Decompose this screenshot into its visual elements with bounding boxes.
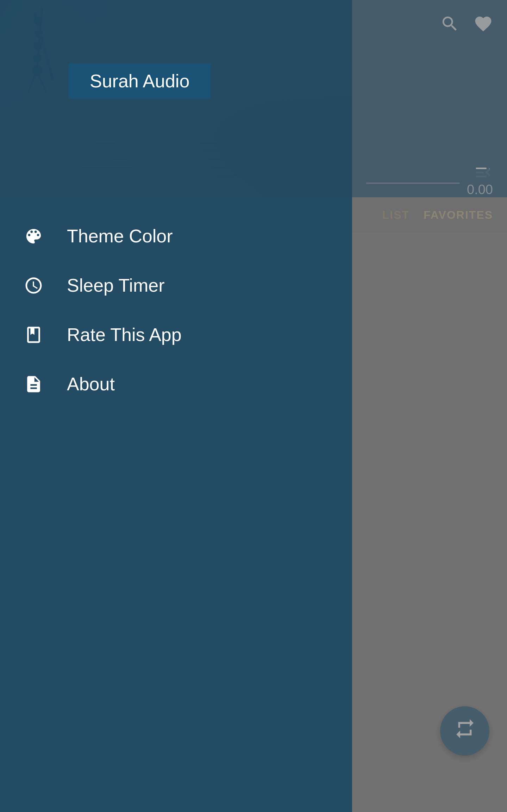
menu-item-theme-color[interactable]: Theme Color xyxy=(0,211,352,261)
rate-app-label: Rate This App xyxy=(67,324,182,345)
theme-color-label: Theme Color xyxy=(67,225,173,247)
drawer-overlay[interactable] xyxy=(352,0,507,812)
menu-item-rate-app[interactable]: Rate This App xyxy=(0,310,352,359)
about-label: About xyxy=(67,373,115,395)
about-icon xyxy=(21,374,46,394)
sleep-timer-label: Sleep Timer xyxy=(67,275,164,296)
sleep-timer-icon xyxy=(21,276,46,295)
theme-color-icon xyxy=(21,227,46,246)
menu-item-about[interactable]: About xyxy=(0,359,352,409)
nav-drawer: Surah Audio Theme Color Sleep Timer Rate… xyxy=(0,0,352,812)
app-title: Surah Audio xyxy=(90,71,189,91)
rate-app-icon xyxy=(21,325,46,345)
drawer-menu: Theme Color Sleep Timer Rate This App Ab… xyxy=(0,211,352,409)
menu-item-sleep-timer[interactable]: Sleep Timer xyxy=(0,261,352,310)
surah-title-banner: Surah Audio xyxy=(69,63,211,99)
